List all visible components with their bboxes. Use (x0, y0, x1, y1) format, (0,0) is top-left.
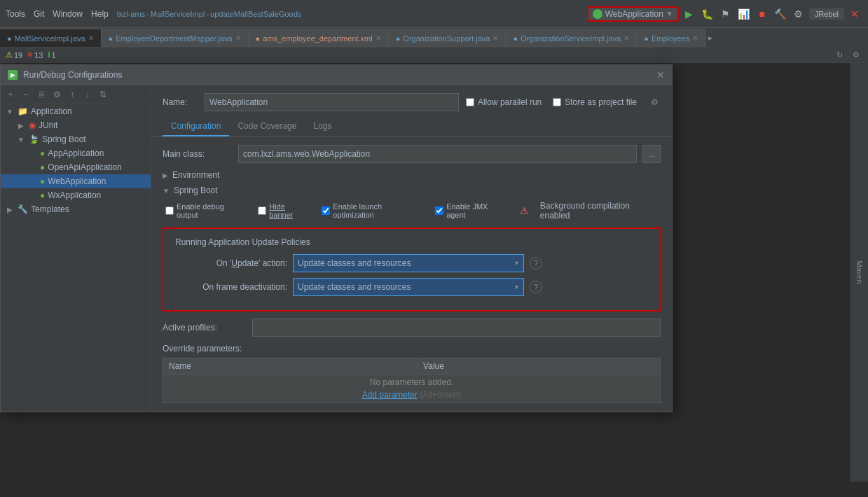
allow-parallel-label: Allow parallel run (478, 97, 542, 107)
menu-window[interactable]: Window (53, 9, 83, 19)
warning-count[interactable]: ⚠ 19 (6, 50, 22, 59)
tab-label-orgserviceimpl: OrganizationServiceImpl.java (521, 34, 621, 43)
dlg-sort-button[interactable]: ⇅ (96, 88, 110, 102)
dlg-tree-webapplication[interactable]: ● WebApplication (1, 174, 151, 188)
dlg-tree-springboot[interactable]: ▼ 🍃 Spring Boot (1, 132, 151, 146)
tree-label-springboot: Spring Boot (42, 134, 86, 144)
profile-button[interactable]: 📊 (736, 6, 752, 22)
tree-arrow-templates: ▶ (5, 206, 15, 214)
main-class-browse-button[interactable]: ... (642, 145, 661, 163)
coverage-button[interactable]: ⚑ (718, 6, 733, 22)
on-update-help-icon[interactable]: ? (530, 257, 542, 270)
close-tab-mallserviceimpl[interactable]: ✕ (88, 34, 94, 42)
tab-code-coverage[interactable]: Code Coverage (229, 117, 305, 136)
info-count[interactable]: ℹ 1 (48, 50, 56, 59)
tab-logs[interactable]: Logs (305, 117, 340, 136)
run-config-dropdown-arrow[interactable]: ▼ (666, 10, 673, 18)
dlg-settings-button[interactable]: ⚙ (50, 88, 64, 102)
menu-tools[interactable]: Tools (6, 9, 25, 19)
dlg-tree-openapi[interactable]: ● OpenApiApplication (1, 160, 151, 174)
close-btn-toolbar[interactable]: ✕ (847, 6, 862, 22)
run-config-icon (593, 9, 602, 19)
jrebel-button[interactable]: JRebel (809, 8, 844, 20)
close-tab-employees[interactable]: ✕ (692, 34, 698, 42)
tab-employeedept[interactable]: ● EmployeeDepartmentMapper.java ✕ (102, 29, 249, 47)
tree-label-openapi: OpenApiApplication (48, 162, 121, 172)
info-number: 1 (52, 51, 56, 59)
environment-section-header[interactable]: ▶ Environment (163, 170, 661, 180)
build-button[interactable]: 🔨 (773, 6, 788, 22)
launch-opt-checkbox[interactable] (322, 206, 330, 215)
breadcrumb-lxzl[interactable]: lxzl-ams (117, 10, 145, 18)
menu-help[interactable]: Help (91, 9, 109, 19)
tabs-overflow-arrow[interactable]: ▸ (705, 29, 715, 47)
params-empty-row: No parameters added. Add parameter (Alt+… (163, 374, 661, 403)
store-project-checkbox[interactable] (553, 98, 561, 106)
breadcrumb-impl[interactable]: MallServiceImpl (151, 10, 205, 18)
dlg-down-button[interactable]: ↓ (81, 88, 95, 102)
dlg-tree-application[interactable]: ▼ 📁 Application (1, 104, 151, 118)
store-project-gear[interactable]: ⚙ (648, 96, 661, 108)
environment-label: Environment (172, 170, 219, 180)
error-icon: ✕ (27, 50, 33, 59)
error-number: 13 (34, 51, 43, 59)
close-tab-xml[interactable]: ✕ (376, 34, 381, 42)
launch-opt-opt: Enable launch optimization (322, 202, 424, 219)
on-frame-help-icon[interactable]: ? (530, 281, 542, 293)
close-tab-employeedept[interactable]: ✕ (235, 34, 241, 42)
dlg-remove-button[interactable]: − (19, 88, 33, 102)
menu-git[interactable]: Git (34, 9, 44, 19)
dlg-add-button[interactable]: + (4, 88, 18, 102)
tab-mallserviceimpl[interactable]: ● MallServiceImpl.java ✕ (0, 29, 102, 47)
add-param-shortcut: (Alt+Insert) (420, 390, 461, 400)
jmx-checkbox[interactable] (435, 206, 443, 215)
dlg-copy-button[interactable]: ⎘ (34, 88, 48, 102)
run-button[interactable]: ▶ (682, 6, 697, 22)
tab-employees[interactable]: ● Employees ✕ (637, 29, 705, 47)
dlg-tree-junit[interactable]: ▶ ◉ JUnit (1, 118, 151, 132)
background-compilation-label: Background compilation enabled (540, 201, 661, 220)
store-project-label: Store as project file (565, 97, 637, 107)
allow-parallel-checkbox[interactable] (466, 98, 474, 106)
enable-debug-checkbox[interactable] (165, 206, 174, 215)
debug-button[interactable]: 🐛 (700, 6, 715, 22)
active-profiles-input[interactable] (252, 318, 661, 337)
on-frame-select[interactable]: Update classes and resources (293, 278, 524, 296)
tab-orgsupport[interactable]: ● OrganizationSupport.java ✕ (389, 29, 507, 47)
maven-sidebar[interactable]: Maven (850, 63, 868, 482)
tab-orgserviceimpl[interactable]: ● OrganizationServiceImpl.java ✕ (506, 29, 637, 47)
run-config-selector[interactable]: WebApplication ▼ (587, 6, 679, 22)
error-count[interactable]: ✕ 13 (27, 50, 43, 59)
tab-icon-xml: ● (256, 34, 261, 43)
tab-configuration[interactable]: Configuration (163, 117, 229, 136)
config-content: Main class: ... ▶ Environment ▼ Spring B… (151, 136, 672, 412)
on-update-row: On 'Update' action: Update classes and r… (175, 254, 648, 272)
breadcrumb: lxzl-ams › MallServiceImpl › updateMallB… (111, 10, 584, 18)
settings-button[interactable]: ⚙ (791, 6, 806, 22)
hide-banner-checkbox[interactable] (258, 206, 266, 215)
dialog-close-button[interactable]: ✕ (656, 69, 665, 80)
dlg-tree-appapplication[interactable]: ● AppApplication (1, 146, 151, 160)
main-class-input[interactable] (238, 145, 637, 163)
dlg-tree-wxapplication[interactable]: ● WxApplication (1, 188, 151, 202)
tab-xml[interactable]: ● ams_employee_department.xml ✕ (249, 29, 389, 47)
on-update-select[interactable]: Update classes and resources (293, 254, 524, 272)
override-section: Override parameters: Name Value (163, 344, 661, 403)
junit-icon: ◉ (29, 120, 36, 130)
close-tab-orgserviceimpl[interactable]: ✕ (624, 34, 629, 42)
store-project-checkbox-row: Store as project file (553, 97, 637, 107)
close-tab-orgsupport[interactable]: ✕ (492, 34, 498, 42)
sync-button[interactable]: ↻ (833, 49, 846, 62)
name-input[interactable] (205, 93, 459, 111)
tab-label-employees: Employees (652, 34, 689, 43)
stop-button[interactable]: ■ (755, 6, 770, 22)
app-icon-openapi: ● (40, 162, 45, 172)
menu-bar: Tools Git Window Help (6, 9, 109, 19)
maven-refresh-icon[interactable]: ⚙ (850, 49, 862, 62)
dlg-up-button[interactable]: ↑ (65, 88, 79, 102)
add-param-link[interactable]: Add parameter (362, 390, 418, 400)
spring-boot-section-header[interactable]: ▼ Spring Boot (163, 186, 661, 195)
breadcrumb-method[interactable]: updateMallBestSaleGoods (210, 10, 301, 18)
tree-arrow-app: ▼ (5, 108, 15, 115)
dlg-tree-templates[interactable]: ▶ 🔧 Templates (1, 202, 151, 216)
